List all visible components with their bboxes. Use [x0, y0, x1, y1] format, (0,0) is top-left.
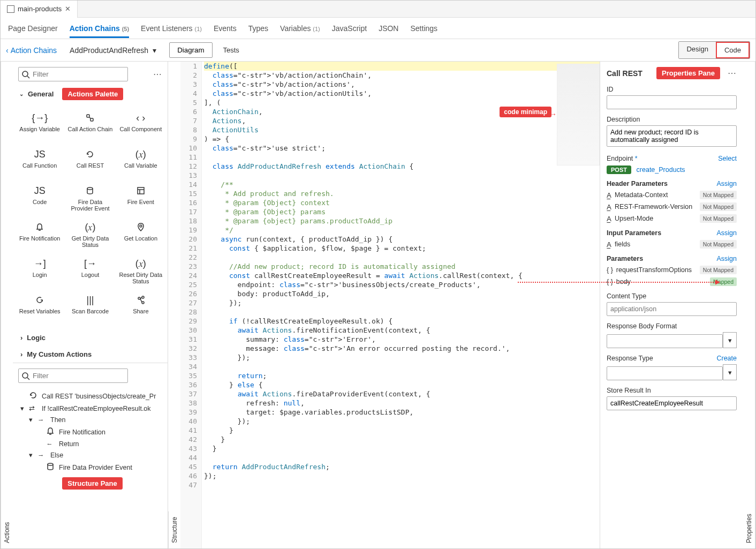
structure-row[interactable]: Fire Notification — [20, 425, 163, 439]
code-button[interactable]: Code — [716, 42, 750, 58]
structure-row[interactable]: ▾→Then — [20, 414, 163, 425]
store-label: Store Result In — [607, 387, 737, 394]
chevron-right-icon: › — [20, 350, 22, 358]
header-param-row[interactable]: A̲ Metadata-ContextNot Mapped — [607, 191, 737, 199]
tab-events[interactable]: Events — [214, 19, 237, 38]
palette-item[interactable]: Get Location — [116, 217, 165, 252]
structure-row[interactable]: Call REST 'businessObjects/create_Pr — [20, 389, 163, 403]
palette-item[interactable]: ‹ ›Call Component — [116, 108, 165, 143]
palette-more-icon[interactable]: ⋯ — [153, 69, 162, 79]
row-icon: → — [37, 452, 47, 459]
nav-tabs: Page Designer Action Chains (5) Event Li… — [1, 18, 755, 39]
structure-row[interactable]: ▾⇄If !callRestCreateEmployeeResult.ok — [20, 403, 163, 414]
code-minimap[interactable] — [557, 64, 600, 166]
close-tab-icon[interactable]: ✕ — [65, 5, 71, 13]
palette-item[interactable]: [→Logout — [65, 253, 115, 289]
param-icon: A̲ — [607, 240, 611, 249]
palette-item[interactable]: Reset Variables — [15, 290, 64, 325]
palette-item-label: Fire Event — [127, 199, 154, 205]
palette-item-icon — [137, 294, 145, 306]
row-label: Then — [50, 416, 66, 424]
properties-vertical-label[interactable]: Properties — [743, 62, 755, 548]
svg-line-14 — [140, 298, 142, 298]
palette-item-label: Call Component — [119, 126, 162, 132]
palette-item-icon: ‹ › — [136, 112, 145, 124]
row-label: If !callRestCreateEmployeeResult.ok — [42, 405, 151, 412]
palette-item[interactable]: (𝑥)Get Dirty Data Status — [65, 217, 115, 252]
structure-row[interactable]: Fire Data Provider Event — [20, 461, 163, 474]
param-name: Upsert-Mode — [615, 215, 653, 222]
chain-selector[interactable]: AddProductAndRefresh ▾ — [70, 46, 156, 55]
palette-item-label: Get Location — [124, 235, 157, 242]
palette-item-label: Reset Dirty Data Status — [117, 272, 164, 284]
param-status: Not Mapped — [700, 214, 737, 223]
input-param-row[interactable]: A̲ fieldsNot Mapped — [607, 240, 737, 249]
tab-javascript[interactable]: JavaScript — [332, 19, 367, 38]
palette-item[interactable]: Call REST — [65, 144, 115, 179]
chevron-down-icon: ▾ — [153, 46, 156, 55]
code-editor[interactable]: 1 2 3 4 5 6 7 8 9 10 11 12 13 14 15 16 1… — [180, 62, 600, 548]
custom-section-header[interactable]: › My Custom Actions — [13, 346, 168, 363]
expand-icon: ▾ — [20, 404, 26, 412]
header-assign-link[interactable]: Assign — [716, 180, 737, 187]
structure-row[interactable]: ▾→Else — [20, 449, 163, 461]
svg-point-10 — [140, 225, 142, 227]
resp-type-input[interactable] — [607, 366, 723, 380]
diagram-button[interactable]: Diagram — [169, 42, 212, 58]
resp-type-create-link[interactable]: Create — [716, 355, 737, 362]
palette-item[interactable]: JSCode — [15, 181, 64, 216]
store-input[interactable] — [607, 396, 737, 410]
palette-item-label: Share — [133, 308, 148, 314]
param-icon: A̲ — [607, 203, 611, 211]
input-assign-link[interactable]: Assign — [716, 229, 737, 237]
endpoint-link[interactable]: create_Products — [637, 166, 685, 174]
desc-input[interactable] — [607, 125, 737, 147]
palette-item-icon — [137, 185, 145, 197]
tab-event-listeners[interactable]: Event Listeners (1) — [141, 19, 202, 38]
tab-json[interactable]: JSON — [379, 19, 398, 38]
tab-types[interactable]: Types — [248, 19, 268, 38]
structure-filter-input[interactable] — [18, 368, 128, 383]
tab-settings[interactable]: Settings — [410, 19, 437, 38]
palette-item[interactable]: Fire Data Provider Event — [65, 181, 115, 216]
content-type-input[interactable] — [607, 302, 737, 316]
actions-vertical-label[interactable]: Actions — [1, 62, 13, 548]
resp-type-dropdown[interactable]: ▾ — [723, 364, 737, 380]
palette-item[interactable]: Fire Notification — [15, 217, 64, 252]
header-param-row[interactable]: A̲ Upsert-ModeNot Mapped — [607, 214, 737, 223]
palette-item[interactable]: JSCall Function — [15, 144, 64, 179]
palette-item[interactable]: →]Login — [15, 253, 64, 289]
palette-item[interactable]: (𝑥)Reset Dirty Data Status — [116, 253, 165, 289]
design-button[interactable]: Design — [679, 42, 715, 58]
palette-item[interactable]: Call Action Chain — [65, 108, 115, 143]
logic-section-header[interactable]: › Logic — [13, 329, 168, 346]
structure-row[interactable]: ←Return — [20, 439, 163, 449]
param-row[interactable]: { } requestTransformOptionsNot Mapped — [607, 266, 737, 274]
resp-format-input[interactable] — [607, 334, 723, 348]
palette-item[interactable]: {→}Assign Variable — [15, 108, 64, 143]
resp-format-dropdown[interactable]: ▾ — [723, 332, 737, 348]
palette-item[interactable]: (𝑥)Call Variable — [116, 144, 165, 179]
palette-item-label: Login — [33, 272, 47, 278]
tab-page-designer[interactable]: Page Designer — [8, 19, 58, 38]
file-tab[interactable]: main-products ✕ — [1, 1, 78, 18]
palette-item-icon: [→ — [84, 258, 96, 269]
palette-filter-input[interactable] — [18, 67, 128, 81]
row-label: Fire Data Provider Event — [59, 464, 132, 471]
general-section-header[interactable]: ⌄ General Actions Palette — [13, 85, 168, 103]
structure-vertical-label[interactable]: Structure — [168, 512, 180, 548]
tab-variables[interactable]: Variables (1) — [280, 19, 320, 38]
params-assign-link[interactable]: Assign — [716, 255, 737, 262]
endpoint-select-link[interactable]: Select — [718, 155, 737, 162]
palette-item[interactable]: |||Scan Barcode — [65, 290, 115, 325]
svg-point-19 — [48, 463, 53, 465]
props-more-icon[interactable]: ⋯ — [728, 68, 737, 78]
palette-item-label: Logout — [81, 272, 100, 278]
tab-action-chains[interactable]: Action Chains (5) — [70, 19, 129, 38]
id-input[interactable] — [607, 95, 737, 109]
palette-item[interactable]: Share — [116, 290, 165, 325]
back-link[interactable]: ‹ Action Chains — [6, 46, 57, 55]
tests-link[interactable]: Tests — [223, 46, 239, 54]
palette-item[interactable]: Fire Event — [116, 181, 165, 216]
header-param-row[interactable]: A̲ REST-Framework-VersionNot Mapped — [607, 202, 737, 211]
